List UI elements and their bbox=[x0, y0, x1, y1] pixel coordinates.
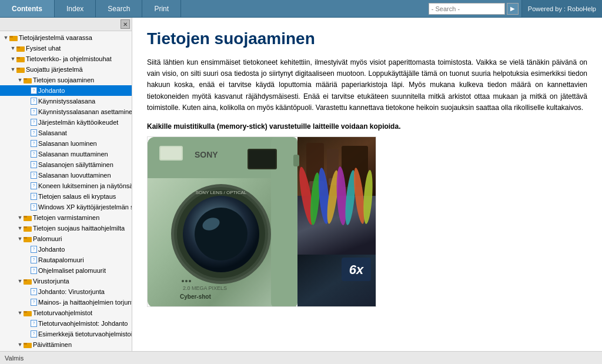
sidebar-label: Tietojen varmistaminen bbox=[33, 213, 99, 222]
sidebar-label: Salasanat bbox=[38, 128, 67, 138]
sidebar-label: Tietojen suojaaminen bbox=[33, 75, 94, 85]
sidebar-label: Johdanto: Virustorjunta bbox=[38, 287, 105, 296]
top-navigation: Contents Index Search Print ▶ Powered by… bbox=[0, 0, 602, 18]
sidebar-item-salasanan-muuttaminen[interactable]: ▶ ? Salasanan muuttaminen bbox=[0, 149, 132, 159]
tab-print[interactable]: Print bbox=[142, 0, 181, 17]
sidebar-item-paivittaminen[interactable]: ▼ Päivittäminen bbox=[0, 339, 132, 350]
sidebar-close-button[interactable]: ✕ bbox=[121, 19, 130, 29]
sidebar-label: Salasanojen säilyttäminen bbox=[38, 160, 113, 169]
sidebar-item-kaynnis-salasana[interactable]: ▶ ? Käynnistyssalasana bbox=[0, 96, 132, 106]
sidebar-item-salasanan-luovuttaminen[interactable]: ▶ ? Salasanan luovuttaminen bbox=[0, 170, 132, 181]
sidebar-item-salasanan-luominen[interactable]: ▶ ? Salasanan luominen bbox=[0, 138, 132, 149]
page-icon: ? bbox=[31, 299, 37, 306]
page-icon: ? bbox=[31, 256, 37, 263]
sidebar-label: Suojattu järjestelmä bbox=[26, 65, 83, 74]
page-icon: ? bbox=[31, 267, 37, 274]
sidebar-item-esimerkkeja[interactable]: ▶ ? Esimerkkejä tietoturvaohjelmistoist bbox=[0, 329, 132, 339]
sidebar-label: Tietojen suojaus haittaohjelmilta bbox=[33, 223, 125, 233]
sidebar-item-johdanto[interactable]: ▶ ? Johdanto bbox=[0, 85, 132, 96]
sidebar-item-johdanto3[interactable]: ▶ ? Johdanto bbox=[0, 350, 132, 351]
content-body: Siitä lähtien kun ensimmäiset tietokonee… bbox=[147, 57, 587, 113]
svg-text:2.0 MEGA PIXELS: 2.0 MEGA PIXELS bbox=[183, 285, 227, 291]
svg-rect-26 bbox=[160, 147, 182, 159]
svg-rect-17 bbox=[24, 279, 27, 281]
sidebar-label: Käynnistyssalasanan asettaminen bbox=[38, 107, 132, 116]
sidebar-item-palomuuri[interactable]: ▼ Palomuuri bbox=[0, 233, 132, 244]
svg-rect-11 bbox=[24, 216, 27, 218]
sidebar-item-kaynnis-asettaminen[interactable]: ▶ ? Käynnistyssalasanan asettaminen bbox=[0, 106, 132, 117]
sidebar-item-tietojarjestelma[interactable]: ▼ Tietojärjestelmä vaarassa bbox=[0, 32, 132, 43]
sidebar-label: Fysiset uhat bbox=[26, 44, 61, 53]
page-icon: ? bbox=[31, 288, 37, 295]
tab-index[interactable]: Index bbox=[55, 0, 96, 17]
sidebar-tree[interactable]: ▼ Tietojärjestelmä vaarassa ▼ Fysiset uh… bbox=[0, 31, 132, 351]
tab-contents[interactable]: Contents bbox=[0, 0, 55, 17]
svg-rect-9 bbox=[24, 78, 27, 80]
toggle-icon: ▼ bbox=[16, 309, 24, 316]
page-icon: ? bbox=[31, 140, 37, 147]
toggle-icon: ▼ bbox=[16, 225, 24, 232]
sidebar-label: Esimerkkejä tietoturvaohjelmistoist bbox=[38, 329, 132, 339]
sidebar-item-salasanojen-sailyttaminen[interactable]: ▶ ? Salasanojen säilyttäminen bbox=[0, 159, 132, 170]
sidebar-label: Järjestelmän käyttöoikeudet bbox=[38, 118, 118, 127]
sidebar-item-windows-xp[interactable]: ▶ ? Windows XP käyttöjärjestelmän sala bbox=[0, 202, 132, 212]
folder-icon bbox=[9, 34, 18, 42]
sidebar-item-tietojen-salaus[interactable]: ▶ ? Tietojen salaus eli kryptaus bbox=[0, 191, 132, 202]
sidebar-label: Päivittäminen bbox=[33, 340, 72, 349]
sidebar-label: Tietoturvaohjelmistot: Johdanto bbox=[38, 319, 128, 328]
search-button[interactable]: ▶ bbox=[507, 3, 519, 15]
page-icon: ? bbox=[31, 246, 37, 253]
sidebar-item-rautapalomuuri[interactable]: ▶ ? Rautapalomuuri bbox=[0, 255, 132, 265]
svg-rect-21 bbox=[24, 343, 27, 345]
toggle-icon: ▼ bbox=[16, 235, 24, 242]
folder-icon bbox=[16, 55, 25, 63]
sidebar-item-mainos[interactable]: ▶ ? Mainos- ja haittaohjelmien torjunta bbox=[0, 297, 132, 308]
svg-text:SONY: SONY bbox=[195, 150, 218, 159]
sidebar-item-virustorjunta[interactable]: ▼ Virustorjunta bbox=[0, 276, 132, 286]
page-icon: ? bbox=[31, 182, 37, 189]
page-icon: ? bbox=[31, 172, 37, 179]
svg-text:Cyber-shot: Cyber-shot bbox=[180, 293, 211, 300]
sidebar-item-tietojen-varmistaminen[interactable]: ▼ Tietojen varmistaminen bbox=[0, 212, 132, 223]
search-input[interactable] bbox=[429, 3, 505, 15]
svg-text:6x: 6x bbox=[349, 262, 364, 277]
page-icon: ? bbox=[31, 193, 37, 200]
page-title: Tietojen suojaaminen bbox=[147, 29, 587, 48]
sidebar-item-suojattu[interactable]: ▼ Suojattu järjestelmä bbox=[0, 64, 132, 75]
svg-point-41 bbox=[185, 280, 188, 282]
folder-icon bbox=[24, 309, 32, 317]
folder-icon bbox=[24, 340, 32, 349]
sidebar-item-ohjelmaliset[interactable]: ▶ ? Ohjelmaliset palomuurit bbox=[0, 265, 132, 276]
sidebar-item-fysiset[interactable]: ▼ Fysiset uhat bbox=[0, 43, 132, 54]
svg-rect-3 bbox=[16, 46, 20, 48]
sidebar-item-jarjestelma[interactable]: ▶ ? Järjestelmän käyttöoikeudet bbox=[0, 117, 132, 128]
toggle-icon: ▼ bbox=[2, 34, 9, 41]
content-caption: Kaikille muistitikulla (memory-stick) va… bbox=[147, 122, 587, 131]
tab-search[interactable]: Search bbox=[96, 0, 142, 17]
toggle-icon: ▼ bbox=[16, 76, 24, 84]
folder-icon bbox=[24, 224, 32, 232]
sidebar-item-salasanat[interactable]: ▶ ? Salasanat bbox=[0, 128, 132, 138]
sidebar-item-johdanto-virus[interactable]: ▶ ? Johdanto: Virustorjunta bbox=[0, 286, 132, 297]
svg-point-42 bbox=[189, 280, 191, 282]
sidebar-label: Ohjelmaliset palomuurit bbox=[38, 266, 106, 275]
status-bar: Valmis bbox=[0, 351, 602, 364]
page-icon: ? bbox=[31, 98, 37, 105]
sidebar-label: Salasanan muuttaminen bbox=[38, 149, 108, 159]
page-icon: ? bbox=[31, 320, 37, 327]
sidebar-item-johdanto2[interactable]: ▶ ? Johdanto bbox=[0, 244, 132, 255]
toggle-icon: ▼ bbox=[16, 278, 24, 285]
sidebar-item-tietojen-suojaus[interactable]: ▼ Tietojen suojaus haittaohjelmilta bbox=[0, 223, 132, 233]
svg-rect-15 bbox=[24, 237, 27, 239]
toggle-icon: ▼ bbox=[9, 66, 16, 73]
sidebar-label: Salasanan luovuttaminen bbox=[38, 171, 111, 180]
sidebar-item-tietoturva-johdanto[interactable]: ▶ ? Tietoturvaohjelmistot: Johdanto bbox=[0, 318, 132, 329]
sidebar-item-tietoturva[interactable]: ▼ Tietoturvaohjelmistot bbox=[0, 308, 132, 318]
sidebar-item-koneen-lukitseminen[interactable]: ▶ ? Koneen lukitseminen ja näytönsääs bbox=[0, 181, 132, 191]
search-area: ▶ bbox=[426, 0, 521, 17]
page-icon: ? bbox=[31, 87, 37, 94]
powered-by-label: Powered by : RoboHelp bbox=[521, 0, 602, 17]
sidebar-item-tietoverkko[interactable]: ▼ Tietoverkko- ja ohjelmistouhat bbox=[0, 54, 132, 64]
sidebar-item-tietojen-suojaaminen[interactable]: ▼ Tietojen suojaaminen bbox=[0, 75, 132, 85]
sidebar-label: Rautapalomuuri bbox=[38, 255, 84, 265]
